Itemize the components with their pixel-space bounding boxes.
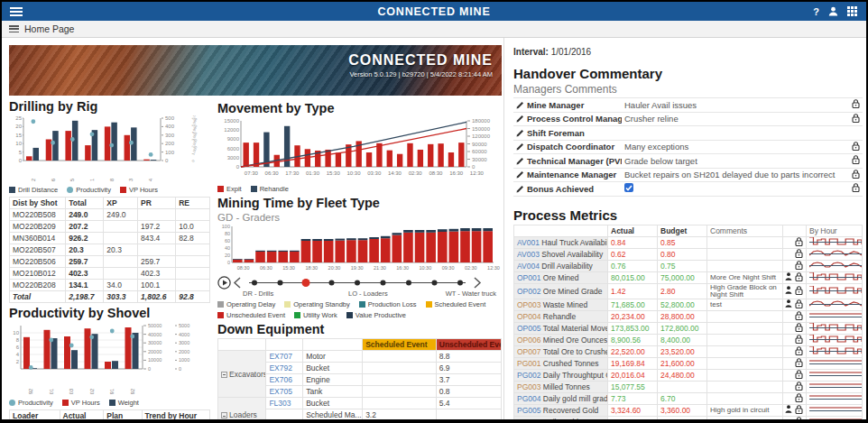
metric-comment[interactable] bbox=[707, 248, 783, 260]
metric-comment[interactable] bbox=[707, 369, 783, 381]
metric-code[interactable]: OP006 bbox=[517, 336, 540, 345]
table-row[interactable]: MO220B508249.0249.0 bbox=[10, 209, 210, 221]
fleet-dots-track[interactable] bbox=[244, 276, 471, 290]
fleet-dot-1[interactable] bbox=[278, 280, 283, 286]
lock-icon[interactable] bbox=[795, 370, 803, 381]
equipment-id[interactable]: EX707 bbox=[266, 351, 303, 363]
metric-code[interactable]: OP004 bbox=[517, 312, 540, 321]
lock-icon[interactable] bbox=[795, 249, 803, 260]
bonus-achieved-checkbox[interactable] bbox=[624, 183, 633, 192]
table-row[interactable]: MO220B50720.320.3 bbox=[10, 244, 210, 256]
carousel-prev-icon[interactable] bbox=[233, 276, 242, 290]
lock-icon[interactable] bbox=[852, 156, 860, 166]
manager-comment[interactable]: Bucket repairs on SH201 delayed due to p… bbox=[622, 168, 848, 182]
metric-code[interactable]: AV003 bbox=[517, 250, 540, 259]
manager-comment[interactable]: Many exceptions bbox=[622, 140, 848, 154]
lock-icon[interactable] bbox=[795, 358, 803, 369]
lock-icon[interactable] bbox=[795, 405, 803, 416]
table-row[interactable]: MO220B506259.7259.7 bbox=[10, 256, 210, 268]
table-row[interactable]: MO210B012402.3402.3 bbox=[10, 268, 210, 280]
group-cell[interactable]: Loaders bbox=[218, 398, 266, 420]
metric-comment[interactable] bbox=[707, 381, 783, 392]
lock-icon[interactable] bbox=[795, 237, 803, 248]
table-row[interactable]: MN360B014926.2843.482.8 bbox=[10, 233, 210, 244]
breadcrumb[interactable]: Home Page bbox=[24, 23, 74, 34]
breadcrumb-menu-icon[interactable] bbox=[9, 25, 19, 32]
lock-icon[interactable] bbox=[795, 346, 803, 357]
metric-code[interactable]: PG006 bbox=[517, 418, 540, 420]
metric-comment[interactable] bbox=[707, 345, 783, 357]
fleet-dot-3[interactable] bbox=[329, 280, 335, 286]
fleet-dot-8[interactable] bbox=[457, 280, 463, 286]
edit-pencil-icon[interactable] bbox=[516, 170, 524, 179]
manager-comment[interactable] bbox=[622, 182, 848, 197]
table-row[interactable]: MO220B208134.134.0100.1 bbox=[10, 280, 210, 291]
lock-icon[interactable] bbox=[795, 323, 803, 334]
metric-comment[interactable] bbox=[707, 322, 783, 334]
metric-code[interactable]: PG001 bbox=[517, 359, 540, 368]
metric-code[interactable]: PG003 bbox=[517, 382, 540, 391]
fleet-dot-7[interactable] bbox=[432, 280, 438, 286]
collapse-icon[interactable] bbox=[221, 412, 227, 418]
lock-icon[interactable] bbox=[852, 184, 860, 194]
metric-comment[interactable]: test bbox=[707, 299, 783, 310]
fleet-dot-4[interactable] bbox=[355, 280, 360, 286]
metric-code[interactable]: PG005 bbox=[517, 406, 540, 415]
equipment-id[interactable] bbox=[266, 409, 303, 420]
lock-icon[interactable] bbox=[852, 143, 860, 152]
metric-code[interactable]: OP003 bbox=[517, 300, 540, 309]
metric-comment[interactable] bbox=[707, 334, 783, 345]
manager-comment[interactable] bbox=[622, 126, 848, 141]
edit-pencil-icon[interactable] bbox=[516, 101, 524, 109]
lock-icon[interactable] bbox=[852, 115, 860, 124]
metric-code[interactable]: OP002 bbox=[517, 287, 540, 296]
lock-icon[interactable] bbox=[795, 299, 803, 310]
equipment-id[interactable]: EX792 bbox=[266, 363, 303, 374]
metric-comment[interactable] bbox=[707, 416, 783, 419]
user-icon[interactable] bbox=[828, 6, 838, 16]
metric-code[interactable]: OP005 bbox=[517, 324, 540, 333]
manager-comment[interactable]: Crusher reline bbox=[622, 112, 848, 126]
metric-comment[interactable]: More Ore Night Shift bbox=[707, 271, 783, 283]
metric-comment[interactable] bbox=[707, 392, 783, 404]
metric-comment[interactable]: High gold in circuit bbox=[707, 404, 783, 416]
metric-code[interactable]: OP001 bbox=[517, 273, 540, 282]
group-cell[interactable]: Excavators .. bbox=[218, 351, 266, 398]
lock-icon[interactable] bbox=[795, 286, 803, 297]
metric-comment[interactable]: High Grade Block on Night Shift bbox=[707, 283, 783, 299]
person-icon[interactable] bbox=[785, 405, 792, 415]
metric-comment[interactable] bbox=[707, 236, 783, 248]
help-icon[interactable]: ? bbox=[813, 6, 819, 17]
collapse-icon[interactable] bbox=[221, 372, 227, 378]
metric-comment[interactable] bbox=[707, 310, 783, 322]
lock-icon[interactable] bbox=[795, 382, 803, 392]
lock-icon[interactable] bbox=[795, 272, 803, 283]
fleet-dot-5[interactable] bbox=[381, 280, 386, 286]
metric-code[interactable]: AV004 bbox=[517, 262, 540, 271]
metric-code[interactable]: AV001 bbox=[517, 238, 540, 247]
edit-pencil-icon[interactable] bbox=[516, 185, 524, 193]
metric-comment[interactable] bbox=[707, 357, 783, 369]
manager-comment[interactable]: Hauler Avail issues bbox=[622, 98, 848, 113]
edit-pencil-icon[interactable] bbox=[516, 115, 524, 123]
lock-icon[interactable] bbox=[852, 100, 860, 110]
edit-pencil-icon[interactable] bbox=[516, 129, 524, 137]
equipment-id[interactable]: FL303 bbox=[266, 398, 303, 409]
lock-icon[interactable] bbox=[795, 393, 803, 404]
table-row[interactable]: MO220B209207.2197.210.0 bbox=[10, 221, 210, 233]
lock-icon[interactable] bbox=[795, 261, 803, 271]
metric-comment[interactable] bbox=[707, 260, 783, 271]
metric-code[interactable]: OP007 bbox=[517, 347, 540, 356]
fleet-dot-2[interactable] bbox=[302, 279, 310, 287]
metric-code[interactable]: PG004 bbox=[517, 394, 540, 403]
play-button[interactable] bbox=[217, 276, 231, 290]
carousel-next-icon[interactable] bbox=[473, 276, 482, 290]
metric-code[interactable]: PG002 bbox=[517, 371, 540, 380]
lock-icon[interactable] bbox=[795, 417, 803, 420]
edit-pencil-icon[interactable] bbox=[516, 157, 524, 165]
equipment-id[interactable]: EX705 bbox=[266, 386, 303, 398]
lock-icon[interactable] bbox=[795, 311, 803, 322]
manager-comment[interactable]: Grade below target bbox=[622, 154, 848, 169]
person-icon[interactable] bbox=[785, 299, 792, 309]
apps-grid-icon[interactable] bbox=[847, 6, 857, 16]
